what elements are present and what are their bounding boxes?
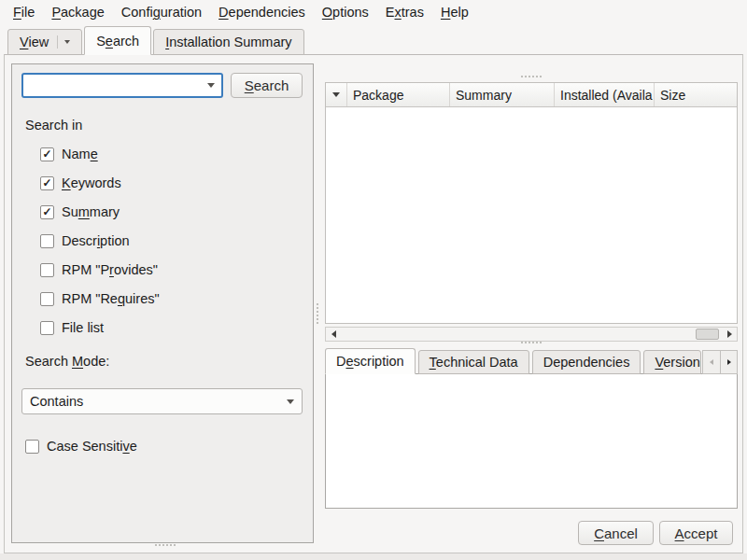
menu-package[interactable]: Package: [43, 2, 112, 22]
arrow-left-icon: [710, 359, 713, 365]
package-table-body[interactable]: [326, 107, 737, 323]
checkbox-box[interactable]: ✓: [40, 234, 54, 248]
menu-extras[interactable]: Extras: [377, 2, 432, 22]
tab-description-label: Description: [336, 354, 404, 369]
checkbox-rpm-provides-label[interactable]: RPM "Provides": [62, 262, 158, 277]
checkbox-file-list-label[interactable]: File list: [62, 320, 104, 335]
chevron-down-icon: [287, 399, 294, 404]
tab-installation-summary-label: Installation Summary: [165, 35, 291, 49]
search-in-label: Search in: [25, 118, 82, 133]
arrow-right-icon: [727, 330, 732, 338]
checkbox-name[interactable]: ✓ Name: [40, 147, 160, 161]
tab-search[interactable]: Search: [84, 26, 151, 55]
search-button[interactable]: Search: [231, 73, 303, 98]
tab-search-label: Search: [96, 34, 139, 49]
package-table: Package Summary Installed (Availa Size: [325, 82, 738, 324]
checkbox-case-sensitive-label[interactable]: Case Sensitive: [47, 439, 137, 454]
column-header-size[interactable]: Size: [655, 83, 737, 106]
checkbox-box[interactable]: ✓: [40, 147, 54, 161]
menu-configuration[interactable]: Configuration: [113, 2, 210, 22]
checkbox-box[interactable]: ✓: [25, 440, 39, 454]
check-icon: ✓: [42, 177, 51, 189]
chevron-down-icon: [207, 83, 215, 88]
splitter-handle-bottom-left[interactable]: [155, 544, 176, 546]
checkbox-summary[interactable]: ✓ Summary: [40, 204, 160, 219]
tab-view-separator: [57, 35, 58, 49]
column-header-installed-available[interactable]: Installed (Availa: [555, 83, 655, 106]
checkbox-description[interactable]: ✓ Description: [40, 233, 160, 248]
checkbox-description-label[interactable]: Description: [62, 233, 130, 248]
menu-bar: File Package Configuration Dependencies …: [0, 0, 747, 24]
tab-installation-summary[interactable]: Installation Summary: [153, 29, 303, 55]
search-mode-value: Contains: [30, 394, 287, 409]
menu-dependencies[interactable]: Dependencies: [210, 2, 314, 22]
scroll-left-button[interactable]: [326, 328, 341, 341]
search-input[interactable]: [23, 75, 201, 96]
check-icon: ✓: [42, 206, 51, 217]
checkbox-rpm-requires-label[interactable]: RPM "Requires": [62, 291, 160, 306]
checkbox-keywords-label[interactable]: Keywords: [62, 175, 121, 190]
view-tab-bar: View Search Installation Summary: [7, 26, 306, 55]
check-icon: ✓: [42, 148, 51, 160]
splitter-handle-vertical[interactable]: [317, 303, 318, 324]
checkbox-keywords[interactable]: ✓ Keywords: [40, 175, 160, 190]
tab-view-label: View: [20, 35, 49, 49]
horizontal-scrollbar[interactable]: [325, 327, 738, 342]
window-bottom-edge: [0, 553, 747, 560]
menu-options[interactable]: Options: [314, 2, 377, 22]
detail-tab-bar: Description Technical Data Dependencies …: [325, 348, 738, 374]
column-header-summary[interactable]: Summary: [450, 83, 555, 106]
search-mode-label: Search Mode:: [25, 354, 109, 369]
tab-view[interactable]: View: [7, 29, 82, 55]
checkbox-box[interactable]: ✓: [40, 205, 54, 219]
checkbox-case-sensitive[interactable]: ✓ Case Sensitive: [25, 439, 137, 454]
checkbox-rpm-provides[interactable]: ✓ RPM "Provides": [40, 262, 160, 277]
description-content: [325, 373, 738, 509]
checkbox-rpm-requires[interactable]: ✓ RPM "Requires": [40, 291, 160, 306]
tab-dependencies[interactable]: Dependencies: [532, 350, 641, 374]
checkbox-summary-label[interactable]: Summary: [62, 204, 120, 219]
scrollbar-thumb[interactable]: [696, 329, 719, 340]
scroll-right-button[interactable]: [722, 328, 737, 341]
checkbox-box[interactable]: ✓: [40, 292, 54, 306]
search-combo-arrow-button[interactable]: [201, 75, 221, 96]
checkbox-box[interactable]: ✓: [40, 321, 54, 335]
checkbox-file-list[interactable]: ✓ File list: [40, 320, 160, 335]
checkbox-name-label[interactable]: Name: [62, 147, 98, 161]
tab-dependencies-label: Dependencies: [543, 355, 630, 370]
tab-versions[interactable]: Versions: [643, 350, 701, 374]
tab-description[interactable]: Description: [325, 348, 416, 374]
tab-scroll-left-button[interactable]: [702, 350, 720, 374]
chevron-down-icon[interactable]: [64, 40, 70, 44]
tab-versions-label: Versions: [655, 355, 701, 370]
package-table-header: Package Summary Installed (Availa Size: [326, 83, 737, 107]
splitter-handle-table-top[interactable]: [521, 76, 542, 77]
search-mode-select[interactable]: Contains: [21, 388, 303, 414]
search-combobox[interactable]: [21, 73, 223, 98]
splitter-handle-table-bottom[interactable]: [521, 342, 542, 343]
status-column-header[interactable]: [326, 83, 347, 106]
column-header-package[interactable]: Package: [347, 83, 450, 106]
search-in-checkbox-group: ✓ Name ✓ Keywords ✓ Summary ✓ Descriptio…: [40, 147, 160, 335]
arrow-left-icon: [331, 330, 336, 338]
menu-help[interactable]: Help: [432, 2, 477, 22]
tab-scroll-right-button[interactable]: [720, 350, 738, 374]
checkbox-box[interactable]: ✓: [40, 263, 54, 277]
checkbox-box[interactable]: ✓: [40, 176, 54, 190]
search-panel: Search Search in ✓ Name ✓ Keywords ✓ Sum…: [11, 63, 314, 543]
accept-button[interactable]: Accept: [659, 521, 733, 545]
arrow-right-icon: [727, 359, 731, 365]
tab-technical-data-label: Technical Data: [430, 355, 518, 370]
tab-technical-data[interactable]: Technical Data: [418, 350, 529, 374]
cancel-button[interactable]: Cancel: [578, 521, 654, 545]
status-filter-icon: [332, 92, 340, 97]
menu-file[interactable]: File: [5, 2, 43, 22]
